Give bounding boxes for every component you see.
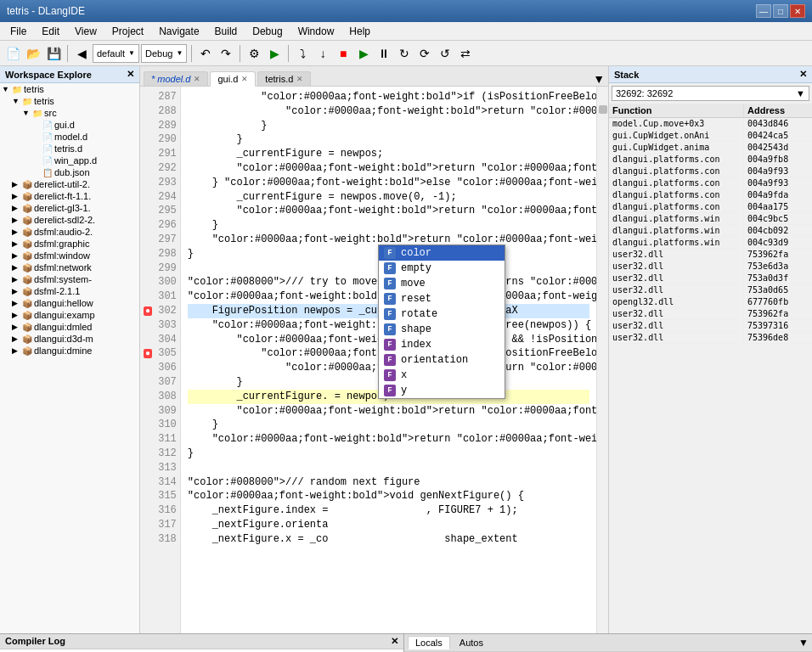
tb-save-button[interactable]: 💾 — [44, 44, 63, 63]
menu-project[interactable]: Project — [105, 24, 150, 39]
close-button[interactable]: ✕ — [790, 4, 805, 18]
autocomplete-item[interactable]: Forientation — [379, 352, 505, 368]
sidebar-item[interactable]: ▶📦derelict-gl3-1. — [0, 202, 139, 214]
stack-row[interactable]: dlangui.platforms.con004a9fda — [609, 189, 812, 201]
tb-step-into-button[interactable]: ↓ — [313, 44, 332, 63]
sidebar-item[interactable]: ▶📦dsfml:window — [0, 250, 139, 261]
stack-row[interactable]: opengl32.dll677760fb — [609, 296, 812, 308]
tab-model-d[interactable]: * model.d ✕ — [144, 71, 208, 86]
stack-row[interactable]: dlangui.platforms.con004aa175 — [609, 201, 812, 213]
tb-debug3-button[interactable]: ↺ — [436, 44, 454, 63]
tb-step-over-button[interactable]: ⤵ — [293, 44, 312, 63]
autocomplete-dropdown[interactable]: FcolorFemptyFmoveFresetFrotateFshapeFind… — [378, 244, 505, 399]
stack-row[interactable]: dlangui.platforms.win004cb092 — [609, 225, 812, 237]
tb-debug-dropdown[interactable]: Debug ▼ — [141, 44, 187, 63]
tb-run-button[interactable]: ▶ — [265, 44, 284, 63]
sidebar-item[interactable]: ▶📦dsfml:system- — [0, 273, 139, 285]
sidebar-item[interactable]: ▼📁tetris — [0, 83, 139, 95]
tb-new-button[interactable]: 📄 — [3, 44, 22, 63]
menu-debug[interactable]: Debug — [245, 24, 289, 39]
sidebar-item[interactable]: ▶📦derelict-util-2. — [0, 178, 139, 190]
sidebar-item[interactable]: 📋dub.json — [0, 166, 139, 178]
log-close-button[interactable]: ✕ — [391, 636, 398, 647]
menu-edit[interactable]: Edit — [35, 24, 66, 39]
sidebar-item[interactable]: ▶📦derelict-ft-1.1. — [0, 190, 139, 202]
sidebar-item[interactable]: ▶📦dsfml:graphic — [0, 238, 139, 250]
tb-open-button[interactable]: 📂 — [24, 44, 42, 63]
stack-row[interactable]: user32.dll753962fa — [609, 249, 812, 261]
tb-stop-button[interactable]: ■ — [334, 44, 352, 63]
tb-debug2-button[interactable]: ⟳ — [415, 44, 434, 63]
sidebar-item[interactable]: ▶📦dlangui:dmine — [0, 345, 139, 357]
tb-continue-button[interactable]: ▶ — [354, 44, 373, 63]
stack-row[interactable]: gui.CupWidget.onAni00424ca5 — [609, 130, 812, 142]
autocomplete-item[interactable]: Fmove — [379, 276, 505, 291]
sidebar-item[interactable]: 📄model.d — [0, 131, 139, 143]
code-editor[interactable]: 2872882892902912922932942952962972982993… — [140, 87, 608, 633]
stack-row[interactable]: dlangui.platforms.win004c93d9 — [609, 237, 812, 249]
sidebar-item[interactable]: ▶📦dsfml:network — [0, 261, 139, 273]
minimize-button[interactable]: — — [756, 4, 771, 18]
debug-tab-autos[interactable]: Autos — [452, 636, 491, 649]
sidebar-item[interactable]: 📄tetris.d — [0, 143, 139, 155]
maximize-button[interactable]: □ — [773, 4, 788, 18]
autocomplete-item[interactable]: Findex — [379, 337, 505, 352]
tab-close-tetris[interactable]: ✕ — [296, 75, 303, 83]
tab-close-gui[interactable]: ✕ — [241, 75, 248, 83]
tb-redo-button[interactable]: ↷ — [217, 44, 235, 63]
sidebar-item[interactable]: ▶📦dlangui:hellow — [0, 297, 139, 309]
tb-back-button[interactable]: ◀ — [72, 44, 91, 63]
tab-close-model[interactable]: ✕ — [194, 75, 200, 83]
menu-view[interactable]: View — [68, 24, 104, 39]
sidebar-item[interactable]: ▼📁src — [0, 107, 139, 119]
menu-help[interactable]: Help — [342, 24, 377, 39]
tab-tetris-d[interactable]: tetris.d ✕ — [257, 71, 311, 86]
tb-undo-button[interactable]: ↶ — [196, 44, 215, 63]
tab-gui-d[interactable]: gui.d ✕ — [210, 71, 256, 87]
sidebar-item[interactable]: ▶📦dlangui:dmled — [0, 321, 139, 333]
sidebar-item[interactable]: ▶📦derelict-sdl2-2. — [0, 214, 139, 226]
autocomplete-item[interactable]: Freset — [379, 291, 505, 306]
tb-debug4-button[interactable]: ⇄ — [456, 44, 475, 63]
tb-restart-button[interactable]: ↻ — [395, 44, 414, 63]
stack-row[interactable]: user32.dll753a0d65 — [609, 284, 812, 296]
sidebar-item[interactable]: ▶📦dlangui:d3d-m — [0, 333, 139, 345]
sidebar-item[interactable]: ▶📦dlangui:examp — [0, 309, 139, 321]
tb-pause-button[interactable]: ⏸ — [375, 44, 393, 63]
stack-row[interactable]: user32.dll75397316 — [609, 320, 812, 332]
stack-row[interactable]: user32.dll753e6d3a — [609, 261, 812, 273]
autocomplete-item[interactable]: Frotate — [379, 306, 505, 322]
menu-build[interactable]: Build — [208, 24, 245, 39]
autocomplete-item[interactable]: Fcolor — [379, 245, 505, 261]
stack-close-button[interactable]: ✕ — [799, 69, 807, 80]
tb-build-button[interactable]: ⚙ — [245, 44, 263, 63]
stack-row[interactable]: model.Cup.move+0x30043d846 — [609, 118, 812, 130]
stack-row[interactable]: dlangui.platforms.win004c9bc5 — [609, 213, 812, 225]
sidebar-close-button[interactable]: ✕ — [127, 69, 134, 80]
autocomplete-item[interactable]: Fy — [379, 383, 505, 398]
sidebar-item[interactable]: ▶📦dsfml-2.1.1 — [0, 285, 139, 297]
tab-overflow-button[interactable]: ▼ — [593, 72, 605, 86]
sidebar-item[interactable]: 📄gui.d — [0, 119, 139, 131]
stack-row[interactable]: user32.dll753a0d3f — [609, 273, 812, 284]
code-vertical-scrollbar[interactable] — [596, 87, 608, 633]
stack-thread-dropdown[interactable]: 32692: 32692 ▼ — [612, 86, 809, 101]
menu-file[interactable]: File — [3, 24, 33, 39]
stack-row[interactable]: user32.dll753962fa — [609, 308, 812, 320]
stack-row[interactable]: dlangui.platforms.con004a9f93 — [609, 166, 812, 177]
stack-row[interactable]: gui.CupWidget.anima0042543d — [609, 142, 812, 154]
autocomplete-item[interactable]: Fempty — [379, 261, 505, 276]
stack-row[interactable]: user32.dll75396de8 — [609, 332, 812, 344]
debug-tab-locals[interactable]: Locals — [408, 636, 450, 649]
stack-row[interactable]: dlangui.platforms.con004a9fb8 — [609, 154, 812, 166]
debug-panel-arrow[interactable]: ▼ — [798, 637, 809, 649]
stack-row[interactable]: dlangui.platforms.con004a9f93 — [609, 177, 812, 189]
scrollbar-thumb[interactable] — [599, 105, 607, 114]
menu-window[interactable]: Window — [291, 24, 341, 39]
autocomplete-item[interactable]: Fshape — [379, 322, 505, 337]
sidebar-item[interactable]: ▶📦dsfml:audio-2. — [0, 226, 139, 238]
tb-config-dropdown[interactable]: default ▼ — [93, 44, 139, 63]
sidebar-item[interactable]: ▼📁tetris — [0, 95, 139, 107]
sidebar-item[interactable]: 📄win_app.d — [0, 155, 139, 166]
autocomplete-item[interactable]: Fx — [379, 368, 505, 383]
